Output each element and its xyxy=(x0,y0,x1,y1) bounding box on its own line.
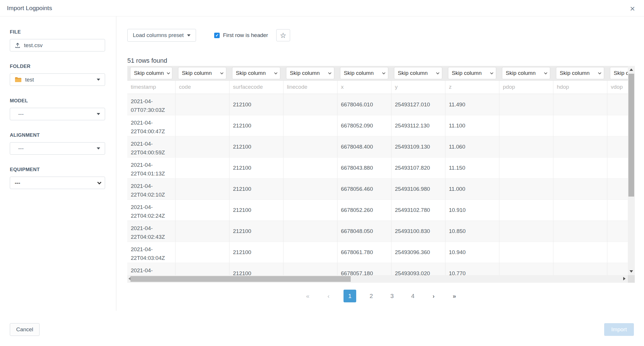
star-icon: ☆ xyxy=(280,31,286,40)
page-button-4[interactable]: 4 xyxy=(406,290,419,302)
table-cell xyxy=(283,200,337,221)
table-cell xyxy=(283,263,337,275)
page-title: Import Logpoints xyxy=(7,5,52,12)
previous-page-button[interactable]: ‹ xyxy=(322,290,335,302)
skip-column-select[interactable]: Skip column xyxy=(610,67,628,79)
model-label: MODEL xyxy=(10,98,105,104)
table-cell: 25493127.010 xyxy=(391,94,445,115)
file-name: test.csv xyxy=(24,42,100,49)
table-cell xyxy=(553,200,607,221)
file-group: FILE test.csv xyxy=(10,29,105,51)
vertical-scrollbar[interactable] xyxy=(628,66,635,275)
table-cell xyxy=(553,242,607,263)
skip-column-select[interactable]: Skip column xyxy=(286,67,334,79)
skip-cell: Skip column xyxy=(127,66,175,80)
column-name: surfacecode xyxy=(229,81,283,94)
skip-row: Skip columnSkip columnSkip columnSkip co… xyxy=(127,66,628,81)
skip-column-select[interactable]: Skip column xyxy=(556,67,604,79)
alignment-select[interactable]: --- xyxy=(10,142,105,155)
table-cell: 212100 xyxy=(229,179,283,199)
table-viewport: Skip columnSkip columnSkip columnSkip co… xyxy=(127,66,628,275)
table-cell: 2021-04- xyxy=(127,263,175,275)
skip-column-select[interactable]: Skip column xyxy=(232,67,280,79)
table-cell: 212100 xyxy=(229,94,283,115)
table-cell: 25493096.360 xyxy=(391,242,445,263)
column-name: vdop xyxy=(607,81,628,94)
table-cell: 10.850 xyxy=(445,221,499,242)
table-row: 2021-04-2121006678057.18025493093.02010.… xyxy=(127,263,628,275)
table-cell xyxy=(553,158,607,178)
chevron-down-icon xyxy=(187,34,191,36)
skip-column-select[interactable]: Skip column xyxy=(340,67,388,79)
equipment-select[interactable]: --- xyxy=(10,177,105,189)
close-icon[interactable]: × xyxy=(627,3,638,14)
scroll-right-icon[interactable] xyxy=(623,277,626,280)
table-cell: 6678048.050 xyxy=(337,221,391,242)
table-cell xyxy=(175,136,229,157)
page-button-3[interactable]: 3 xyxy=(386,290,398,302)
folder-label: FOLDER xyxy=(10,64,105,69)
table-row: 2021-04-22T04:00:47Z2121006678052.090254… xyxy=(127,115,628,136)
skip-cell: Skip column xyxy=(499,66,553,80)
first-row-header-label: First row is header xyxy=(223,32,268,38)
import-button[interactable]: Import xyxy=(604,323,634,336)
table-cell xyxy=(175,115,229,136)
toolbar: Load columns preset ✓ First row is heade… xyxy=(127,29,290,42)
table-cell: 6678061.780 xyxy=(337,242,391,263)
table-cell xyxy=(553,179,607,199)
table-cell xyxy=(499,242,553,263)
pagination: «‹1234›» xyxy=(127,289,635,303)
table-cell xyxy=(607,158,628,178)
column-name: timestamp xyxy=(127,81,175,94)
skip-column-select[interactable]: Skip column xyxy=(448,67,496,79)
table-row: 2021-04-22T04:02:24Z2121006678052.260254… xyxy=(127,199,628,221)
skip-column-select[interactable]: Skip column xyxy=(502,67,550,79)
favorite-preset-button[interactable]: ☆ xyxy=(276,29,290,41)
skip-column-select-label: Skip column xyxy=(182,70,212,76)
table-cell xyxy=(607,242,628,263)
table-cell xyxy=(283,158,337,178)
scroll-down-icon[interactable] xyxy=(630,270,633,273)
first-page-button[interactable]: « xyxy=(301,290,314,302)
horizontal-scrollbar-thumb[interactable] xyxy=(130,276,351,282)
last-page-button[interactable]: » xyxy=(448,290,461,302)
table-cell xyxy=(499,200,553,221)
horizontal-scrollbar[interactable] xyxy=(127,275,628,283)
folder-select[interactable]: test xyxy=(10,73,105,86)
vertical-scrollbar-thumb[interactable] xyxy=(628,74,634,197)
skip-column-select[interactable]: Skip column xyxy=(394,67,442,79)
next-page-button[interactable]: › xyxy=(427,290,440,302)
table-cell: 6678048.400 xyxy=(337,136,391,157)
first-row-header-checkbox[interactable]: ✓ First row is header xyxy=(214,32,268,38)
checkbox-checked-icon[interactable]: ✓ xyxy=(214,33,220,38)
table-cell xyxy=(175,200,229,221)
table-cell xyxy=(553,115,607,136)
table-cell: 25493106.980 xyxy=(391,179,445,199)
scrollbar-corner xyxy=(628,275,635,283)
table-cell: 2021-04-22T04:00:47Z xyxy=(127,115,175,136)
page-button-1[interactable]: 1 xyxy=(344,290,356,302)
skip-column-select-label: Skip column xyxy=(506,70,536,76)
chevron-down-icon xyxy=(167,71,170,74)
scroll-up-icon[interactable] xyxy=(630,69,633,71)
load-columns-preset-button[interactable]: Load columns preset xyxy=(127,29,196,42)
skip-column-select[interactable]: Skip column xyxy=(130,67,172,79)
table-cell: 212100 xyxy=(229,221,283,242)
chevron-down-icon xyxy=(274,71,277,74)
skip-column-select-label: Skip column xyxy=(236,70,266,76)
chevron-down-icon xyxy=(97,147,100,149)
page-button-2[interactable]: 2 xyxy=(365,290,378,302)
file-upload-button[interactable]: test.csv xyxy=(10,39,105,51)
skip-column-select[interactable]: Skip column xyxy=(178,67,226,79)
skip-column-select-label: Skip column xyxy=(290,70,320,76)
model-group: MODEL --- xyxy=(10,98,105,120)
cancel-button[interactable]: Cancel xyxy=(10,323,40,336)
table-cell: 25493093.020 xyxy=(391,263,445,275)
table-cell xyxy=(283,221,337,242)
chevron-down-icon xyxy=(220,71,223,74)
table-cell: 6678052.090 xyxy=(337,115,391,136)
table-cell: 10.940 xyxy=(445,242,499,263)
table-cell xyxy=(175,179,229,199)
table-cell: 6678043.880 xyxy=(337,158,391,178)
model-select[interactable]: --- xyxy=(10,108,105,120)
